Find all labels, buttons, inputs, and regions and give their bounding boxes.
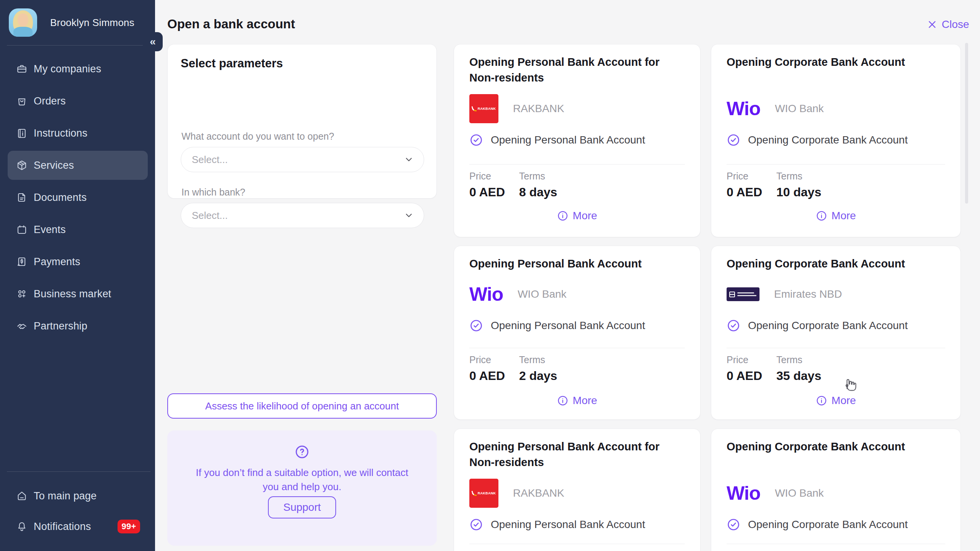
check-circle-icon [727,319,740,333]
service-card[interactable]: Opening Personal Bank Account Wio WIO Ba… [454,246,701,420]
support-button[interactable]: Support [268,496,336,518]
card-title: Opening Corporate Bank Account [727,439,945,455]
assess-likelihood-button[interactable]: Assess the likelihood of opening an acco… [167,393,437,419]
bank-name: WIO Bank [775,487,824,499]
bank-name: Emirates NBD [774,288,842,300]
card-divider [469,348,685,348]
support-panel: If you don’t find a suitable option, we … [167,430,437,546]
bell-icon [16,521,28,532]
service-name: Opening Personal Bank Account [491,134,645,146]
terms-group: Terms 35 days [776,354,821,383]
card-divider [469,164,685,165]
grid-dots-icon [16,288,28,300]
price-group: Price 0 AED [469,354,505,383]
bank-label: In which bank? [181,187,245,198]
rakbank-logo: RAKBANK [469,94,498,123]
sidebar-item-my-companies[interactable]: My companies [8,54,148,83]
info-icon [557,210,568,222]
sidebar-divider [7,45,150,46]
check-circle-icon [727,133,740,147]
check-circle-icon [727,518,740,531]
sidebar-item-instructions[interactable]: Instructions [8,119,148,148]
terms-group: Terms 8 days [519,171,557,199]
sidebar-collapse-button[interactable]: « [143,32,163,51]
info-icon [816,395,827,406]
support-text: If you don’t find a suitable option, we … [189,466,415,494]
close-icon [927,20,937,29]
service-card[interactable]: Opening Personal Bank Account for Non-re… [454,429,701,551]
more-button[interactable]: More [454,395,700,407]
invoice-icon [16,256,28,267]
bank-name: WIO Bank [775,103,824,115]
panel-title: Select parameters [181,57,283,70]
card-title: Opening Personal Bank Account for Non-re… [469,439,685,470]
info-icon [557,395,568,406]
service-card[interactable]: Opening Personal Bank Account for Non-re… [454,44,701,237]
rakbank-logo: RAKBANK [469,479,498,508]
instructions-icon [16,127,28,139]
sidebar-item-payments[interactable]: Payments [8,247,148,276]
user-profile[interactable]: Brooklyn Simmons [9,8,134,37]
more-button[interactable]: More [711,395,960,407]
sidebar-item-services[interactable]: Services [8,151,148,180]
terms-group: Terms 2 days [519,354,557,383]
card-divider [727,164,945,165]
bank-name: WIO Bank [518,288,567,300]
service-name: Opening Personal Bank Account [491,320,645,332]
package-icon [16,160,28,171]
sidebar-item-orders[interactable]: Orders [8,86,148,116]
service-name: Opening Personal Bank Account [491,518,645,531]
price-group: Price 0 AED [469,171,505,199]
select-parameters-panel: Select parameters What account do you wa… [167,44,437,199]
check-circle-icon [469,133,483,147]
home-icon [16,490,28,502]
handshake-icon [16,320,28,332]
account-type-select[interactable]: Select... [181,147,424,172]
avatar [9,8,37,37]
sidebar-item-to-main-page[interactable]: To main page [8,481,148,510]
price-group: Price 0 AED [727,354,762,383]
user-name: Brooklyn Simmons [50,17,134,29]
more-button[interactable]: More [454,210,700,222]
card-title: Opening Personal Bank Account for Non-re… [469,54,685,86]
service-name: Opening Corporate Bank Account [748,320,908,332]
check-circle-icon [469,518,483,531]
info-icon [816,210,827,222]
check-circle-icon [469,319,483,333]
scrollbar-thumb[interactable] [965,43,968,204]
wio-logo: Wio [469,285,503,304]
sidebar-item-business-market[interactable]: Business market [8,279,148,308]
service-name: Opening Corporate Bank Account [748,134,908,146]
card-title: Opening Corporate Bank Account [727,54,945,70]
card-title: Opening Corporate Bank Account [727,256,945,272]
bank-select[interactable]: Select... [181,203,424,228]
service-card[interactable]: Opening Corporate Bank Account Emirates … [711,246,961,420]
terms-group: Terms 10 days [776,171,821,199]
sidebar-footer-divider [7,471,150,472]
sidebar-item-notifications[interactable]: Notifications 99+ [8,512,148,541]
notification-badge: 99+ [118,520,140,533]
calendar-icon [16,224,28,235]
emirates-nbd-logo [727,287,760,301]
sidebar-item-partnership[interactable]: Partnership [8,311,148,341]
wio-logo: Wio [727,484,760,503]
document-icon [16,192,28,203]
chevron-down-icon [404,155,414,165]
price-group: Price 0 AED [727,171,762,199]
page-title: Open a bank account [167,17,295,31]
briefcase-icon [16,63,28,75]
card-divider [727,544,945,544]
card-divider [469,544,685,544]
question-circle-icon [294,444,310,460]
bank-name: RAKBANK [513,487,564,499]
double-chevron-left-icon: « [150,36,156,47]
sidebar-item-documents[interactable]: Documents [8,183,148,212]
more-button[interactable]: More [711,210,960,222]
close-button[interactable]: Close [927,18,969,31]
account-type-label: What account do you want to open? [181,131,334,142]
sidebar-item-events[interactable]: Events [8,215,148,244]
bank-name: RAKBANK [513,103,564,115]
service-card[interactable]: Opening Corporate Bank Account Wio WIO B… [711,44,961,237]
service-card[interactable]: Opening Corporate Bank Account Wio WIO B… [711,429,961,551]
card-divider [727,348,945,348]
